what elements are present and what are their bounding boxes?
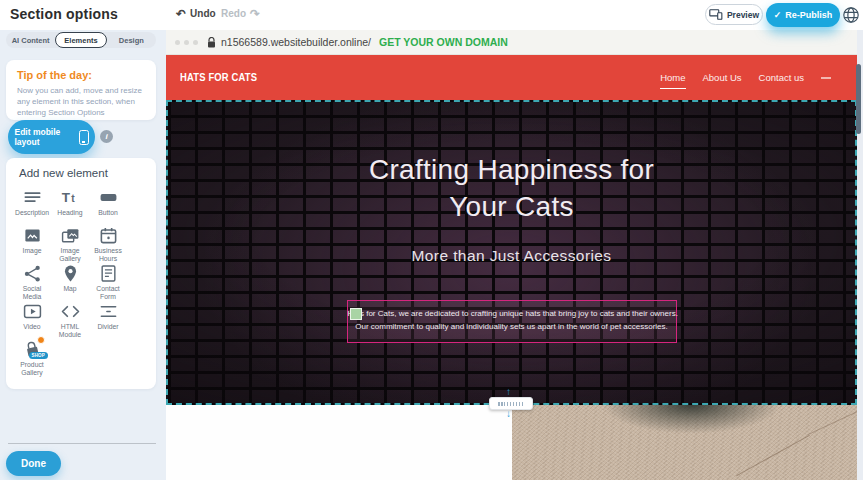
hero-body-line: Hats for Cats, we are dedicated to craft… [348,308,676,321]
svg-text:t: t [71,193,75,204]
globe-icon [842,6,860,24]
tip-body: Now you can add, move and resize any ele… [17,85,145,119]
element-image-gallery[interactable]: Image Gallery [51,226,89,264]
preview-label: Preview [727,10,759,20]
preview-devices-icon [709,9,723,20]
carpet-seam [736,435,810,477]
image-gallery-icon [61,226,80,245]
get-own-domain-link[interactable]: GET YOUR OWN DOMAIN [379,36,508,48]
element-drag-handle[interactable] [350,308,362,320]
contact-form-icon [99,264,118,283]
next-section-image [512,405,857,480]
ssl-lock-icon [207,37,216,48]
element-product-gallery[interactable]: SHOP Product Gallery [13,340,51,378]
scrollbar-thumb[interactable] [856,64,861,134]
sidebar: AI Content Elements Design Tip of the da… [0,30,166,480]
element-map[interactable]: Map [51,264,89,302]
element-image[interactable]: Image [13,226,51,264]
section-resize-handle[interactable] [489,397,533,410]
video-icon [23,302,42,321]
carpet-seam [808,408,857,435]
nav-home[interactable]: Home [660,72,685,89]
edit-mobile-layout-button[interactable]: Edit mobile layout [8,120,95,154]
add-element-title: Add new element [19,167,156,179]
edit-mobile-label: Edit mobile layout [15,127,73,147]
mobile-phone-icon [79,130,89,145]
republish-label: Re-Publish [785,10,832,20]
site-nav: Home About Us Contact us [660,55,831,100]
tip-of-the-day-card: Tip of the day: Now you can add, move an… [6,60,156,120]
image-icon [23,226,42,245]
description-icon [23,188,42,207]
hero-subheading[interactable]: More than Just Accessories [412,247,612,265]
hero-section[interactable]: Crafting Happiness for Your Cats More th… [166,100,857,405]
browser-dot [184,40,189,45]
new-feature-badge-icon [37,336,45,344]
undo-label: Undo [190,8,216,19]
top-toolbar: Section options ↶ Undo Redo ↷ Preview ✓ … [0,0,863,30]
browser-address-bar: n1566589.websitebuilder.online/ GET YOUR… [166,30,857,55]
tab-elements[interactable]: Elements [55,32,106,48]
site-header: HATS FOR CATS Home About Us Contact us [166,55,857,100]
nav-about-us[interactable]: About Us [703,72,742,83]
done-button[interactable]: Done [6,451,61,476]
resize-arrow-up-icon: ↑ [506,387,511,397]
info-icon[interactable]: i [100,130,113,143]
element-video[interactable]: Video [13,302,51,340]
hero-body-line: Our commitment to quality and individual… [348,321,676,334]
next-section-background [166,405,512,480]
divider-icon [99,302,118,321]
resize-grip-dots [498,402,525,406]
tab-ai-content[interactable]: AI Content [6,32,55,48]
tab-design[interactable]: Design [107,32,156,48]
site-url: n1566589.websitebuilder.online/ [221,36,371,48]
resize-arrow-down-icon: ↓ [506,409,511,419]
site-logo[interactable]: HATS FOR CATS [180,71,257,83]
shop-badge: SHOP [29,352,48,359]
republish-button[interactable]: ✓ Re-Publish [766,3,840,27]
nav-contact-us[interactable]: Contact us [759,72,804,83]
check-icon: ✓ [774,10,782,20]
hero-text-element-selected[interactable]: Hats for Cats, we are dedicated to craft… [347,300,677,343]
sidebar-divider [8,443,156,444]
tip-title: Tip of the day: [17,69,145,81]
element-grid: Description T t Heading Button Image [13,188,156,378]
redo-label: Redo [221,8,246,19]
preview-button[interactable]: Preview [705,4,763,25]
svg-text:T: T [61,190,70,205]
page-title: Section options [10,6,118,22]
html-code-icon [61,302,80,321]
undo-icon: ↶ [176,9,186,19]
browser-dot [193,40,198,45]
element-description[interactable]: Description [13,188,51,226]
undo-button[interactable]: ↶ Undo [176,8,216,19]
element-html-module[interactable]: HTML Module [51,302,89,340]
language-globe-button[interactable] [841,5,861,25]
nav-more-icon[interactable] [821,77,831,79]
add-element-panel: Add new element Description T t Heading … [6,158,156,389]
element-heading[interactable]: T t Heading [51,188,89,226]
business-hours-icon [99,226,118,245]
sidebar-tabs: AI Content Elements Design [6,32,156,48]
element-business-hours[interactable]: Business Hours [89,226,127,264]
heading-icon: T t [61,188,80,207]
hero-heading[interactable]: Crafting Happiness for Your Cats [339,152,684,226]
browser-dot [175,40,180,45]
element-divider[interactable]: Divider [89,302,127,340]
element-button[interactable]: Button [89,188,127,226]
button-icon [99,188,118,207]
element-social-media[interactable]: Social Media [13,264,51,302]
map-pin-icon [61,264,80,283]
element-contact-form[interactable]: Contact Form [89,264,127,302]
redo-icon: ↷ [250,9,260,19]
redo-button[interactable]: Redo ↷ [221,8,260,19]
social-media-icon [23,264,42,283]
